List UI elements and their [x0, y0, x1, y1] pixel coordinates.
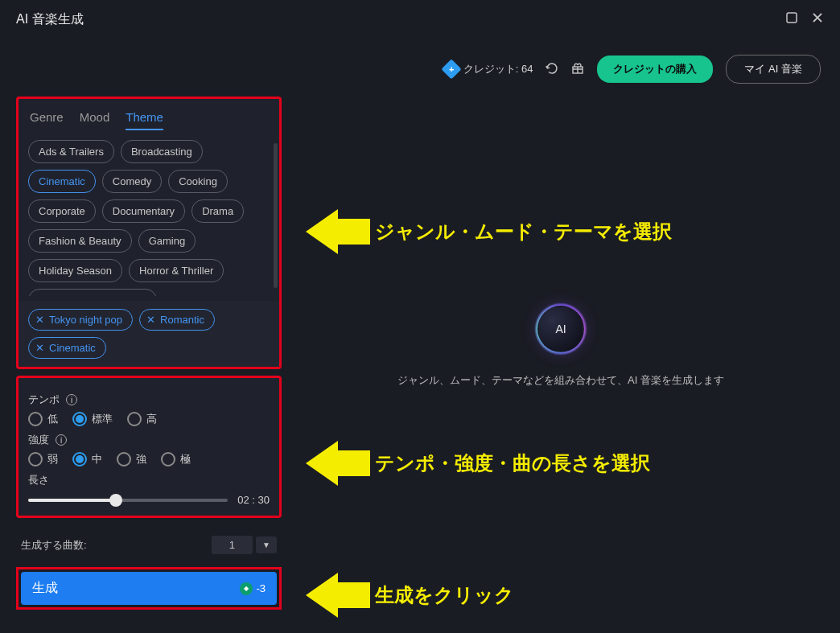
callout-1: ジャンル・ムード・テーマを選択 — [306, 209, 672, 254]
generate-panel: 生成 -3 — [16, 567, 282, 610]
tab-genre[interactable]: Genre — [30, 110, 64, 130]
tempo-high[interactable]: 高 — [127, 412, 157, 426]
maximize-icon[interactable] — [785, 11, 798, 28]
intensity-medium[interactable]: 中 — [72, 452, 102, 467]
arrow-left-icon — [306, 209, 370, 254]
count-value[interactable]: 1 — [212, 536, 253, 554]
intensity-extreme[interactable]: 極 — [161, 452, 191, 467]
info-icon[interactable]: i — [56, 434, 67, 446]
selected-chip-label: Cinematic — [49, 342, 96, 354]
sidebar: Genre Mood Theme Ads & Trailers Broadcas… — [16, 97, 282, 610]
callout-3: 生成をクリック — [306, 573, 514, 618]
chip-holiday-season[interactable]: Holiday Season — [28, 259, 122, 282]
intensity-radios: 弱 中 強 極 — [28, 452, 270, 467]
window-title: AI 音楽生成 — [16, 11, 84, 28]
generate-button[interactable]: 生成 -3 — [21, 572, 277, 605]
length-label: 長さ — [28, 473, 49, 487]
scrollbar[interactable] — [274, 143, 278, 288]
chip-cooking[interactable]: Cooking — [168, 170, 228, 193]
count-dropdown-icon[interactable]: ▼ — [256, 536, 277, 553]
slider-thumb[interactable] — [109, 494, 122, 507]
chip-comedy[interactable]: Comedy — [102, 170, 162, 193]
callout-2: テンポ・強度・曲の長さを選択 — [306, 441, 650, 486]
ai-logo-icon: AI — [537, 306, 584, 352]
chip-list: Ads & Trailers Broadcasting Cinematic Co… — [28, 140, 268, 296]
generate-cost: -3 — [240, 582, 266, 595]
chip-fashion-beauty[interactable]: Fashion & Beauty — [28, 229, 132, 253]
tab-mood[interactable]: Mood — [80, 110, 110, 130]
selected-chips: ✕ Tokyo night pop ✕ Romantic ✕ Cinematic — [19, 301, 279, 367]
credit-badge: クレジット: 64 — [444, 62, 533, 76]
length-slider[interactable] — [28, 499, 228, 502]
remove-icon[interactable]: ✕ — [146, 314, 155, 326]
titlebar: AI 音楽生成 — [0, 0, 840, 39]
intensity-strong[interactable]: 強 — [117, 452, 146, 467]
gift-icon[interactable] — [571, 62, 584, 77]
chip-motivational[interactable]: Motivational & Inspiring — [28, 289, 157, 296]
help-text: ジャンル、ムード、テーマなどを組み合わせて、AI 音楽を生成します — [397, 373, 724, 388]
chip-cinematic[interactable]: Cinematic — [28, 170, 96, 193]
intensity-weak[interactable]: 弱 — [28, 452, 58, 467]
intensity-label: 強度 — [28, 433, 49, 447]
credit-diamond-icon — [441, 59, 461, 79]
chip-gaming[interactable]: Gaming — [138, 229, 196, 253]
selected-chip-cinematic[interactable]: ✕ Cinematic — [28, 337, 106, 359]
count-label: 生成する曲数: — [21, 538, 87, 553]
tabs: Genre Mood Theme — [19, 99, 279, 135]
chip-drama[interactable]: Drama — [191, 199, 244, 223]
selected-chip-label: Romantic — [160, 314, 204, 326]
credit-cost-icon — [240, 582, 253, 595]
remove-icon[interactable]: ✕ — [35, 314, 44, 326]
close-icon[interactable] — [811, 11, 824, 28]
chip-broadcasting[interactable]: Broadcasting — [121, 140, 203, 163]
credit-label: クレジット: 64 — [463, 62, 533, 76]
preview-area: AI ジャンル、ムード、テーマなどを組み合わせて、AI 音楽を生成します — [298, 97, 824, 610]
chip-documentary[interactable]: Documentary — [102, 199, 185, 223]
selected-chip-romantic[interactable]: ✕ Romantic — [139, 309, 215, 331]
toolbar: クレジット: 64 クレジットの購入 マイ AI 音楽 — [0, 39, 840, 97]
tempo-low[interactable]: 低 — [28, 412, 58, 426]
chip-ads-trailers[interactable]: Ads & Trailers — [28, 140, 114, 163]
generate-label: 生成 — [32, 580, 58, 597]
selected-chip-label: Tokyo night pop — [49, 314, 122, 326]
info-icon[interactable]: i — [66, 394, 77, 405]
my-ai-music-button[interactable]: マイ AI 音楽 — [726, 55, 821, 84]
buy-credits-button[interactable]: クレジットの購入 — [597, 55, 713, 83]
refresh-icon[interactable] — [546, 62, 558, 77]
selected-chip-tokyo[interactable]: ✕ Tokyo night pop — [28, 309, 133, 331]
category-panel: Genre Mood Theme Ads & Trailers Broadcas… — [16, 97, 282, 369]
tab-theme[interactable]: Theme — [126, 110, 163, 130]
settings-panel: テンポ i 低 標準 高 強度 i 弱 中 強 極 長さ — [16, 376, 282, 518]
remove-icon[interactable]: ✕ — [35, 342, 44, 354]
tempo-radios: 低 標準 高 — [28, 412, 270, 426]
arrow-left-icon — [306, 441, 370, 486]
chip-horror-thriller[interactable]: Horror & Thriller — [129, 259, 224, 282]
window-controls — [785, 11, 824, 28]
length-value: 02 : 30 — [237, 494, 270, 506]
tempo-label: テンポ — [28, 393, 60, 407]
count-row: 生成する曲数: 1 ▼ — [16, 524, 282, 561]
tempo-standard[interactable]: 標準 — [72, 412, 113, 426]
chip-corporate[interactable]: Corporate — [28, 199, 96, 223]
svg-rect-0 — [787, 13, 797, 23]
arrow-left-icon — [306, 573, 370, 618]
